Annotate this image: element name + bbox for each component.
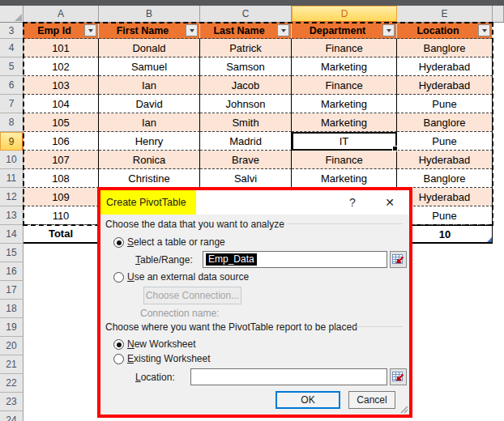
cell[interactable]: Banglore	[397, 113, 493, 132]
active-cell-d9[interactable]: IT	[292, 132, 397, 151]
dialog-titlebar[interactable]: Create PivotTable ? ✕	[100, 190, 409, 215]
cell[interactable]: 101	[23, 39, 99, 57]
cancel-button[interactable]: Cancel	[348, 391, 395, 409]
column-header-c[interactable]: C	[200, 6, 292, 23]
cell[interactable]: Smith	[200, 113, 292, 132]
filter-button[interactable]	[478, 24, 490, 36]
row-header[interactable]: 21	[0, 355, 23, 374]
column-header-strip: A B C D E	[0, 6, 504, 23]
cell[interactable]: Salvi	[200, 169, 292, 188]
cell[interactable]: David	[99, 95, 200, 113]
row-header[interactable]: 12	[0, 188, 23, 206]
column-header-f-partial[interactable]	[493, 6, 504, 23]
row-header[interactable]: 18	[0, 300, 23, 318]
row-header[interactable]: 4	[0, 39, 23, 57]
filter-button[interactable]	[382, 24, 395, 36]
row-header[interactable]: 20	[0, 337, 23, 355]
filter-button[interactable]	[84, 24, 96, 36]
radio-new-worksheet[interactable]	[113, 339, 124, 350]
radio-external-label: Use an external data source	[127, 271, 249, 283]
table-header-last-name[interactable]: Last Name	[200, 23, 292, 39]
ok-button[interactable]: OK	[275, 391, 340, 409]
table-header-department[interactable]: Department	[292, 23, 397, 39]
cell[interactable]: Jacob	[200, 76, 292, 95]
help-icon[interactable]: ?	[344, 190, 361, 215]
row-header[interactable]: 7	[0, 95, 23, 113]
cell[interactable]: 104	[23, 95, 99, 113]
row-header[interactable]: 8	[0, 113, 23, 132]
row-header[interactable]: 10	[0, 151, 23, 169]
cell[interactable]: Pune	[397, 132, 493, 151]
cell[interactable]: 107	[23, 151, 99, 169]
column-header-b[interactable]: B	[99, 6, 200, 23]
row-header[interactable]: 3	[0, 23, 23, 39]
location-input[interactable]	[190, 368, 387, 385]
table-header-first-name[interactable]: First Name	[99, 23, 200, 39]
range-picker-button[interactable]	[390, 251, 407, 268]
cell[interactable]: 108	[23, 169, 99, 188]
row-header[interactable]: 16	[0, 262, 23, 281]
cell[interactable]: Samson	[200, 57, 292, 76]
radio-external-data-source[interactable]	[113, 272, 124, 283]
cell[interactable]: Christine	[99, 169, 200, 188]
column-header-e[interactable]: E	[397, 6, 493, 23]
cell[interactable]: Banglore	[397, 169, 493, 188]
cell[interactable]: Ian	[99, 113, 200, 132]
cell[interactable]: Finance	[292, 76, 397, 95]
cell[interactable]: Ian	[99, 76, 200, 95]
radio-existing-worksheet[interactable]	[113, 354, 124, 364]
row-header[interactable]: 13	[0, 206, 23, 225]
column-header-d-selected[interactable]: D	[292, 6, 397, 23]
row-header-9-selected[interactable]: 9	[0, 132, 23, 151]
range-picker-button[interactable]	[390, 368, 407, 385]
select-all-corner[interactable]	[0, 6, 23, 23]
cell[interactable]: Banglore	[397, 39, 493, 57]
cell[interactable]: Samuel	[99, 57, 200, 76]
cell[interactable]: 106	[23, 132, 99, 151]
table-header-emp-id[interactable]: Emp Id	[23, 23, 99, 39]
cell[interactable]: Marketing	[292, 57, 397, 76]
row-header[interactable]: 6	[0, 76, 23, 95]
cell[interactable]: Marketing	[292, 169, 397, 188]
row-header[interactable]: 24	[0, 411, 23, 421]
create-pivottable-dialog: Create PivotTable ? ✕ Choose the data th…	[97, 187, 412, 418]
close-icon[interactable]: ✕	[379, 190, 400, 215]
table-header-location[interactable]: Location	[397, 23, 493, 39]
cell[interactable]: Donald	[99, 39, 200, 57]
cell[interactable]: Patrick	[200, 39, 292, 57]
row-header[interactable]: 15	[0, 244, 23, 262]
row-header[interactable]: 22	[0, 374, 23, 393]
cell[interactable]: Finance	[292, 39, 397, 57]
row-header[interactable]: 11	[0, 169, 23, 188]
row-header[interactable]: 17	[0, 281, 23, 300]
cell[interactable]: 102	[23, 57, 99, 76]
filter-button[interactable]	[186, 24, 198, 36]
cell[interactable]: Marketing	[292, 113, 397, 132]
column-header-a[interactable]: A	[23, 6, 99, 23]
cell[interactable]: Madrid	[200, 132, 292, 151]
cell[interactable]: Pune	[397, 95, 493, 113]
cell[interactable]: Marketing	[292, 95, 397, 113]
radio-select-table-or-range[interactable]	[113, 237, 124, 248]
resize-grip[interactable]	[398, 403, 408, 414]
cell[interactable]: Hyderabad	[397, 151, 493, 169]
cell[interactable]: 103	[23, 76, 99, 95]
section-choose-data-label: Choose the data that you want to analyze	[105, 219, 284, 230]
cell[interactable]: 110	[23, 206, 99, 225]
cell[interactable]: Finance	[292, 151, 397, 169]
cell[interactable]: 109	[23, 188, 99, 206]
cell[interactable]: Ronica	[99, 151, 200, 169]
table-range-input[interactable]: Emp_Data	[203, 251, 387, 268]
cell[interactable]: Hyderabad	[397, 76, 493, 95]
row-header[interactable]: 14	[0, 225, 23, 244]
filter-button[interactable]	[277, 24, 289, 36]
cell[interactable]: Hyderabad	[397, 57, 493, 76]
row-header[interactable]: 19	[0, 318, 23, 337]
cell[interactable]: 105	[23, 113, 99, 132]
total-label-cell[interactable]: Total	[23, 225, 99, 244]
cell[interactable]: Henry	[99, 132, 200, 151]
row-header[interactable]: 23	[0, 393, 23, 411]
cell[interactable]: Brave	[200, 151, 292, 169]
row-header[interactable]: 5	[0, 57, 23, 76]
cell[interactable]: Johnson	[200, 95, 292, 113]
